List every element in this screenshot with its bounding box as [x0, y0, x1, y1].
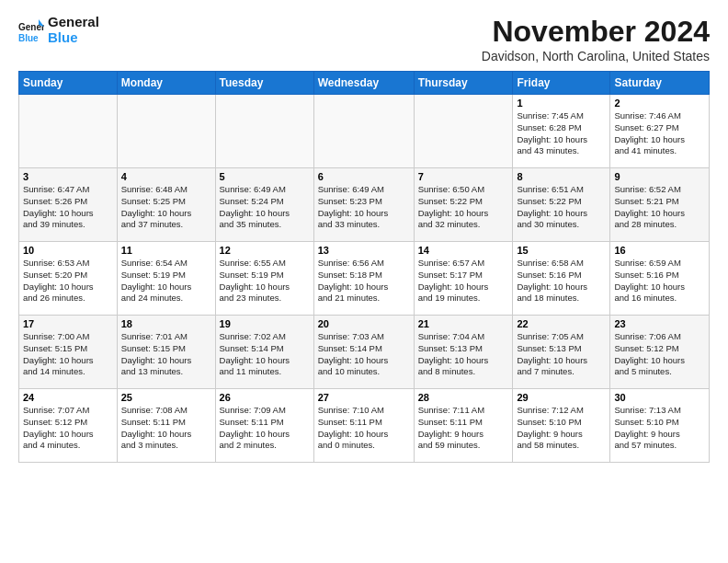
day-info: Sunrise: 6:48 AM Sunset: 5:25 PM Dayligh… — [121, 184, 211, 231]
calendar-cell: 15Sunrise: 6:58 AM Sunset: 5:16 PM Dayli… — [513, 242, 610, 316]
day-number: 15 — [517, 245, 606, 256]
header-day-wednesday: Wednesday — [313, 72, 414, 95]
header-day-monday: Monday — [117, 72, 215, 95]
day-info: Sunrise: 7:12 AM Sunset: 5:10 PM Dayligh… — [517, 405, 606, 452]
calendar-cell: 22Sunrise: 7:05 AM Sunset: 5:13 PM Dayli… — [513, 316, 610, 389]
calendar-cell: 17Sunrise: 7:00 AM Sunset: 5:15 PM Dayli… — [19, 316, 118, 389]
day-number: 22 — [517, 318, 606, 329]
day-number: 14 — [418, 245, 509, 256]
day-number: 11 — [121, 245, 211, 256]
calendar-cell: 24Sunrise: 7:07 AM Sunset: 5:12 PM Dayli… — [19, 389, 118, 463]
calendar-cell: 29Sunrise: 7:12 AM Sunset: 5:10 PM Dayli… — [513, 389, 610, 463]
calendar-table: SundayMondayTuesdayWednesdayThursdayFrid… — [18, 71, 710, 463]
day-info: Sunrise: 7:03 AM Sunset: 5:14 PM Dayligh… — [318, 331, 410, 378]
day-info: Sunrise: 6:57 AM Sunset: 5:17 PM Dayligh… — [418, 258, 509, 304]
calendar-week-1: 1Sunrise: 7:45 AM Sunset: 6:28 PM Daylig… — [19, 95, 710, 168]
calendar-header-row: SundayMondayTuesdayWednesdayThursdayFrid… — [19, 72, 710, 95]
calendar-cell: 10Sunrise: 6:53 AM Sunset: 5:20 PM Dayli… — [19, 242, 118, 316]
day-info: Sunrise: 6:58 AM Sunset: 5:16 PM Dayligh… — [517, 258, 606, 304]
day-info: Sunrise: 7:07 AM Sunset: 5:12 PM Dayligh… — [23, 405, 113, 452]
day-info: Sunrise: 7:13 AM Sunset: 5:10 PM Dayligh… — [614, 405, 705, 452]
day-info: Sunrise: 6:50 AM Sunset: 5:22 PM Dayligh… — [418, 184, 509, 231]
day-info: Sunrise: 7:45 AM Sunset: 6:28 PM Dayligh… — [517, 110, 606, 157]
day-info: Sunrise: 6:51 AM Sunset: 5:22 PM Dayligh… — [517, 184, 606, 231]
calendar-week-4: 17Sunrise: 7:00 AM Sunset: 5:15 PM Dayli… — [19, 316, 710, 389]
day-info: Sunrise: 7:04 AM Sunset: 5:13 PM Dayligh… — [418, 331, 509, 378]
day-number: 25 — [121, 392, 211, 403]
day-number: 2 — [614, 98, 705, 109]
page-title: November 2024 — [482, 15, 710, 49]
day-number: 3 — [23, 171, 113, 182]
day-number: 18 — [121, 318, 211, 329]
header-day-friday: Friday — [513, 72, 610, 95]
calendar-cell: 26Sunrise: 7:09 AM Sunset: 5:11 PM Dayli… — [215, 389, 313, 463]
calendar-cell: 3Sunrise: 6:47 AM Sunset: 5:26 PM Daylig… — [19, 168, 118, 242]
calendar-cell — [414, 95, 513, 168]
calendar-cell: 14Sunrise: 6:57 AM Sunset: 5:17 PM Dayli… — [414, 242, 513, 316]
calendar-cell: 16Sunrise: 6:59 AM Sunset: 5:16 PM Dayli… — [610, 242, 710, 316]
calendar-cell — [19, 95, 118, 168]
day-number: 6 — [318, 171, 410, 182]
day-info: Sunrise: 7:09 AM Sunset: 5:11 PM Dayligh… — [220, 405, 310, 452]
calendar-cell — [313, 95, 414, 168]
day-number: 8 — [517, 171, 606, 182]
calendar-week-3: 10Sunrise: 6:53 AM Sunset: 5:20 PM Dayli… — [19, 242, 710, 316]
day-number: 23 — [614, 318, 705, 329]
day-info: Sunrise: 6:59 AM Sunset: 5:16 PM Dayligh… — [614, 258, 705, 304]
calendar-cell: 30Sunrise: 7:13 AM Sunset: 5:10 PM Dayli… — [610, 389, 710, 463]
day-info: Sunrise: 7:01 AM Sunset: 5:15 PM Dayligh… — [121, 331, 211, 378]
calendar-cell: 4Sunrise: 6:48 AM Sunset: 5:25 PM Daylig… — [117, 168, 215, 242]
day-number: 5 — [220, 171, 310, 182]
calendar-week-2: 3Sunrise: 6:47 AM Sunset: 5:26 PM Daylig… — [19, 168, 710, 242]
day-number: 24 — [23, 392, 113, 403]
day-info: Sunrise: 6:53 AM Sunset: 5:20 PM Dayligh… — [23, 258, 113, 304]
calendar-cell: 19Sunrise: 7:02 AM Sunset: 5:14 PM Dayli… — [215, 316, 313, 389]
day-info: Sunrise: 6:52 AM Sunset: 5:21 PM Dayligh… — [614, 184, 705, 231]
calendar-cell — [117, 95, 215, 168]
calendar-cell: 9Sunrise: 6:52 AM Sunset: 5:21 PM Daylig… — [610, 168, 710, 242]
day-number: 10 — [23, 245, 113, 256]
day-info: Sunrise: 7:06 AM Sunset: 5:12 PM Dayligh… — [614, 331, 705, 378]
day-info: Sunrise: 6:47 AM Sunset: 5:26 PM Dayligh… — [23, 184, 113, 231]
calendar-cell: 28Sunrise: 7:11 AM Sunset: 5:11 PM Dayli… — [414, 389, 513, 463]
title-block: November 2024 Davidson, North Carolina, … — [482, 15, 710, 63]
calendar-cell: 1Sunrise: 7:45 AM Sunset: 6:28 PM Daylig… — [513, 95, 610, 168]
calendar-cell: 27Sunrise: 7:10 AM Sunset: 5:11 PM Dayli… — [313, 389, 414, 463]
calendar-cell: 8Sunrise: 6:51 AM Sunset: 5:22 PM Daylig… — [513, 168, 610, 242]
day-info: Sunrise: 7:05 AM Sunset: 5:13 PM Dayligh… — [517, 331, 606, 378]
header-day-tuesday: Tuesday — [215, 72, 313, 95]
day-info: Sunrise: 7:02 AM Sunset: 5:14 PM Dayligh… — [220, 331, 310, 378]
day-number: 19 — [220, 318, 310, 329]
day-number: 17 — [23, 318, 113, 329]
day-info: Sunrise: 6:56 AM Sunset: 5:18 PM Dayligh… — [318, 258, 410, 304]
logo: General Blue General Blue — [18, 15, 99, 45]
logo-line1: General — [48, 15, 99, 30]
calendar-cell: 12Sunrise: 6:55 AM Sunset: 5:19 PM Dayli… — [215, 242, 313, 316]
day-number: 13 — [318, 245, 410, 256]
calendar-cell: 21Sunrise: 7:04 AM Sunset: 5:13 PM Dayli… — [414, 316, 513, 389]
day-number: 12 — [220, 245, 310, 256]
calendar-cell: 6Sunrise: 6:49 AM Sunset: 5:23 PM Daylig… — [313, 168, 414, 242]
day-number: 20 — [318, 318, 410, 329]
day-info: Sunrise: 6:49 AM Sunset: 5:23 PM Dayligh… — [318, 184, 410, 231]
day-info: Sunrise: 7:11 AM Sunset: 5:11 PM Dayligh… — [418, 405, 509, 452]
calendar-cell: 20Sunrise: 7:03 AM Sunset: 5:14 PM Dayli… — [313, 316, 414, 389]
day-number: 29 — [517, 392, 606, 403]
header-day-saturday: Saturday — [610, 72, 710, 95]
day-number: 27 — [318, 392, 410, 403]
calendar-cell: 2Sunrise: 7:46 AM Sunset: 6:27 PM Daylig… — [610, 95, 710, 168]
calendar-cell — [215, 95, 313, 168]
calendar-cell: 5Sunrise: 6:49 AM Sunset: 5:24 PM Daylig… — [215, 168, 313, 242]
day-number: 9 — [614, 171, 705, 182]
day-number: 4 — [121, 171, 211, 182]
day-info: Sunrise: 7:10 AM Sunset: 5:11 PM Dayligh… — [318, 405, 410, 452]
day-number: 1 — [517, 98, 606, 109]
header: General Blue General Blue November 2024 … — [18, 15, 710, 63]
day-number: 26 — [220, 392, 310, 403]
calendar-week-5: 24Sunrise: 7:07 AM Sunset: 5:12 PM Dayli… — [19, 389, 710, 463]
day-info: Sunrise: 6:55 AM Sunset: 5:19 PM Dayligh… — [220, 258, 310, 304]
page: General Blue General Blue November 2024 … — [0, 0, 728, 472]
logo-icon: General Blue — [18, 17, 44, 43]
day-info: Sunrise: 7:46 AM Sunset: 6:27 PM Dayligh… — [614, 110, 705, 157]
day-info: Sunrise: 6:49 AM Sunset: 5:24 PM Dayligh… — [220, 184, 310, 231]
